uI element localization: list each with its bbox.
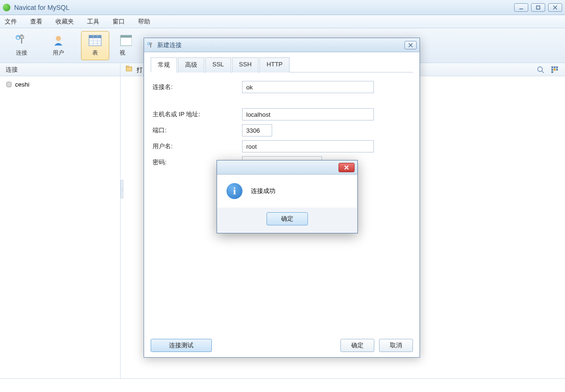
toolbar-table[interactable]: 表 [81,31,109,60]
svg-rect-5 [21,34,22,36]
app-icon [3,4,10,11]
dialog-tabs: 常规 高级 SSL SSH HTTP [151,57,413,72]
toolbar-table-label: 表 [92,49,98,57]
plug-small-icon [147,41,154,49]
user-icon [52,34,65,47]
tab-ssh[interactable]: SSH [232,57,259,72]
menu-bar: 文件 查看 收藏夹 工具 窗口 帮助 [0,15,565,28]
svg-rect-26 [554,69,556,71]
plug-icon [15,34,28,47]
menu-view[interactable]: 查看 [30,17,42,26]
message-box-text: 连接成功 [251,187,275,195]
user-label: 用户名: [153,142,242,151]
toolbar-connect-label: 连接 [16,49,27,57]
minimize-button[interactable] [514,3,528,12]
window-controls [514,3,562,12]
svg-rect-11 [89,35,101,38]
whitespace-strip [0,379,565,392]
toolbar-view-label: 视 [120,49,125,57]
tree-item-ceshi[interactable]: ceshi [0,79,120,90]
dialog-title-bar: 新建连接 [144,38,420,52]
svg-rect-22 [551,66,553,68]
grid-options-icon[interactable] [551,66,558,73]
dialog-close-button[interactable] [404,41,417,49]
svg-rect-24 [556,66,558,68]
connection-tree: ceshi [0,76,121,378]
menu-file[interactable]: 文件 [5,17,17,26]
svg-rect-23 [554,66,556,68]
svg-line-21 [542,71,544,73]
menu-tools[interactable]: 工具 [87,17,99,26]
menu-help[interactable]: 帮助 [138,17,150,26]
close-button[interactable] [548,3,562,12]
database-icon [6,81,12,88]
host-input[interactable] [242,108,374,120]
view-icon [120,34,132,47]
dialog-cancel-button[interactable]: 取消 [379,339,413,352]
message-box-title-bar [217,160,357,175]
svg-rect-17 [121,35,132,38]
user-input[interactable] [242,140,374,152]
title-bar: Navicat for MySQL [0,0,565,15]
svg-rect-6 [22,34,23,36]
conn-name-label: 连接名: [153,83,242,91]
svg-rect-32 [150,44,151,48]
toolbar-user-label: 用户 [53,49,64,57]
toolbar-connect[interactable]: 连接 [8,31,36,60]
svg-rect-27 [556,69,558,71]
tab-ssl[interactable]: SSL [205,57,231,72]
menu-window[interactable]: 窗口 [113,17,125,26]
message-box-close-button[interactable] [339,163,355,172]
conn-name-input[interactable] [242,81,374,93]
svg-rect-25 [551,69,553,71]
open-action[interactable]: 打 [125,65,143,74]
message-box-footer: 确定 [217,208,357,233]
open-icon [125,65,133,72]
host-label: 主机名或 IP 地址: [153,110,242,119]
search-icon[interactable] [537,66,544,73]
info-icon: i [226,183,242,199]
dialog-title: 新建连接 [157,41,182,49]
svg-rect-19 [126,66,129,67]
dialog-ok-button[interactable]: 确定 [340,339,374,352]
svg-rect-7 [21,39,22,44]
splitter-handle[interactable] [121,180,123,199]
svg-point-20 [538,67,542,72]
message-box-ok-button[interactable]: 确定 [266,212,308,225]
table-icon [89,34,102,47]
test-connection-button[interactable]: 连接测试 [151,339,212,352]
maximize-button[interactable] [531,3,545,12]
dialog-footer: 连接测试 确定 取消 [144,334,420,357]
menu-favorites[interactable]: 收藏夹 [56,17,74,26]
toolbar-user[interactable]: 用户 [44,31,73,60]
svg-rect-28 [551,71,553,73]
port-input[interactable] [242,124,272,136]
app-title: Navicat for MySQL [14,4,69,11]
message-box: i 连接成功 确定 [217,160,358,233]
tab-general[interactable]: 常规 [151,57,177,72]
svg-point-9 [56,36,61,41]
tab-http[interactable]: HTTP [259,57,290,72]
connections-label: 连接 [6,65,18,74]
toolbar-view[interactable]: 视 [118,31,132,60]
port-label: 端口: [153,126,242,135]
svg-rect-1 [537,6,540,9]
tab-advanced[interactable]: 高级 [178,57,204,72]
message-box-body: i 连接成功 [217,175,357,208]
sub-bar-left: 连接 [0,63,121,76]
tree-item-label: ceshi [15,81,29,88]
open-label: 打 [137,66,143,73]
